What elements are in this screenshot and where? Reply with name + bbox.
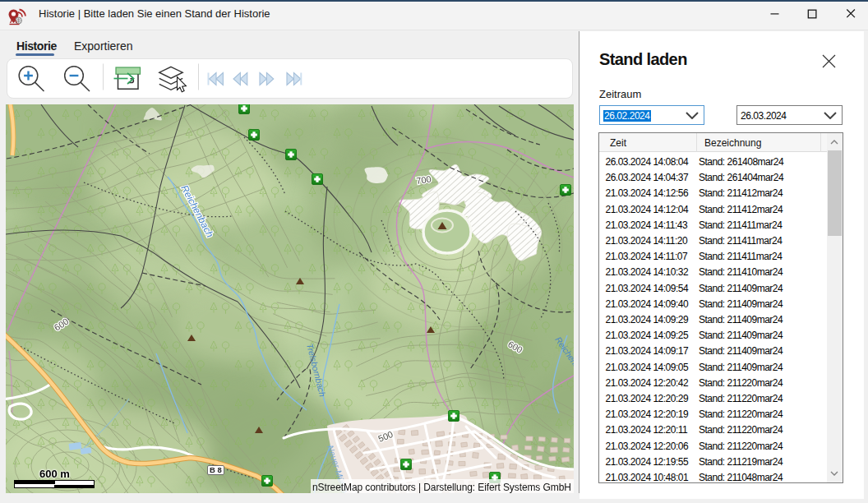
svg-text:700: 700 bbox=[416, 174, 432, 186]
